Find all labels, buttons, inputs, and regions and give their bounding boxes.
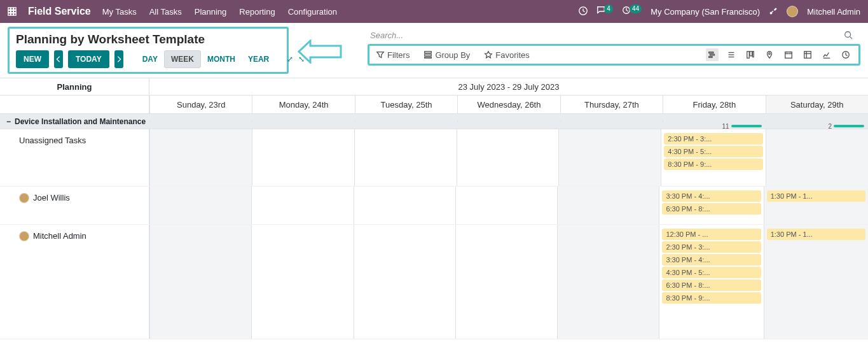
gantt-task[interactable]: 8:30 PM - 9:... xyxy=(662,292,761,304)
user-avatar-icon xyxy=(787,6,798,17)
gantt-row: Joel Willis 3:30 PM - 4:... 6:30 PM - 8:… xyxy=(0,187,868,225)
highlight-box-right: Filters Group By Favorites xyxy=(368,44,860,66)
user-menu[interactable]: Mitchell Admin xyxy=(807,7,860,17)
menu-all-tasks[interactable]: All Tasks xyxy=(149,7,182,17)
view-kanban-icon[interactable] xyxy=(744,48,757,61)
group-fri-count: 11 xyxy=(722,123,761,130)
prev-button[interactable] xyxy=(54,50,63,68)
control-panel: Planning by Worksheet Template NEW TODAY… xyxy=(0,23,868,75)
svg-point-11 xyxy=(845,32,851,38)
favorites-button[interactable]: Favorites xyxy=(484,50,529,60)
activities-icon[interactable]: 44 xyxy=(622,6,642,17)
tools-icon[interactable] xyxy=(769,6,778,17)
day-header[interactable]: Thursday, 27th xyxy=(560,96,663,113)
svg-rect-4 xyxy=(11,10,13,13)
view-activity-icon[interactable] xyxy=(839,48,852,61)
svg-rect-1 xyxy=(11,8,13,10)
row-label: Mitchell Admin xyxy=(33,231,86,241)
row-label: Joel Willis xyxy=(33,193,70,202)
day-header[interactable]: Wednesday, 26th xyxy=(457,96,560,113)
svg-rect-16 xyxy=(709,52,713,53)
nav-right: 4 44 My Company (San Francisco) Mitchell… xyxy=(579,6,860,17)
svg-rect-24 xyxy=(753,52,754,57)
gantt-side-title: Planning xyxy=(0,78,149,95)
annotation-arrow-icon xyxy=(298,39,342,74)
gantt-task[interactable]: 3:30 PM - 4:... xyxy=(662,190,761,202)
scale-month[interactable]: MONTH xyxy=(201,50,242,68)
scale-week[interactable]: WEEK xyxy=(164,50,201,68)
svg-rect-22 xyxy=(747,52,750,59)
row-label: Unassigned Tasks xyxy=(19,136,86,145)
svg-point-25 xyxy=(769,53,771,55)
svg-rect-17 xyxy=(710,54,715,55)
gantt-task[interactable]: 4:30 PM - 5:... xyxy=(662,267,761,278)
day-header[interactable]: Monday, 24th xyxy=(252,96,354,113)
highlight-box-left: Planning by Worksheet Template NEW TODAY… xyxy=(8,27,289,74)
menu-planning[interactable]: Planning xyxy=(195,7,227,17)
next-button[interactable] xyxy=(114,50,123,68)
groupby-button[interactable]: Group By xyxy=(424,50,470,60)
menu-my-tasks[interactable]: My Tasks xyxy=(102,7,137,17)
filters-button[interactable]: Filters xyxy=(376,50,410,60)
gantt-task[interactable]: 1:30 PM - 1... xyxy=(767,229,865,240)
gantt-task[interactable]: 2:30 PM - 3:... xyxy=(662,241,761,253)
gantt-task[interactable]: 6:30 PM - 8:... xyxy=(662,280,761,291)
avatar-icon xyxy=(19,231,29,241)
expand-rows-icon[interactable]: ⤢ xyxy=(287,55,293,64)
gantt-group-row[interactable]: −Device Installation and Maintenance 11 … xyxy=(0,114,868,129)
svg-rect-3 xyxy=(8,10,11,13)
scale-switcher: DAY WEEK MONTH YEAR xyxy=(136,50,276,68)
menu-configuration[interactable]: Configuration xyxy=(288,7,337,17)
view-map-icon[interactable] xyxy=(763,48,776,61)
apps-icon[interactable] xyxy=(8,7,17,16)
gantt-task[interactable]: 12:30 PM - ... xyxy=(662,229,761,240)
view-gantt-icon[interactable] xyxy=(706,48,719,61)
svg-rect-23 xyxy=(750,52,752,56)
search-input[interactable] xyxy=(368,27,860,44)
gantt-row: Unassigned Tasks 2:30 PM - 3:... 4:30 PM… xyxy=(0,129,868,187)
gantt-task[interactable]: 3:30 PM - 4:... xyxy=(662,254,761,266)
svg-rect-2 xyxy=(14,8,17,10)
svg-rect-18 xyxy=(709,57,712,58)
svg-rect-30 xyxy=(804,52,811,59)
day-header[interactable]: Tuesday, 25th xyxy=(355,96,457,113)
group-name: Device Installation and Maintenance xyxy=(15,117,146,126)
svg-rect-26 xyxy=(785,52,792,59)
gantt-row: Mitchell Admin 12:30 PM - ... 2:30 PM - … xyxy=(0,225,868,339)
view-graph-icon[interactable] xyxy=(820,48,833,61)
main-menu: My Tasks All Tasks Planning Reporting Co… xyxy=(102,7,337,17)
view-switcher xyxy=(706,48,852,61)
day-header[interactable]: Saturday, 29th xyxy=(766,96,868,113)
new-button[interactable]: NEW xyxy=(16,50,49,68)
svg-rect-8 xyxy=(14,13,17,16)
gantt-task[interactable]: 4:30 PM - 5:... xyxy=(664,146,763,157)
search-icon[interactable] xyxy=(844,31,853,41)
today-button[interactable]: TODAY xyxy=(68,50,109,68)
svg-rect-15 xyxy=(425,57,432,59)
day-header[interactable]: Sunday, 23rd xyxy=(149,96,252,113)
view-list-icon[interactable] xyxy=(725,48,738,61)
group-sat-count: 2 xyxy=(828,123,864,130)
svg-rect-0 xyxy=(8,8,11,10)
app-brand[interactable]: Field Service xyxy=(28,6,91,17)
svg-line-12 xyxy=(850,37,853,39)
gantt-task[interactable]: 1:30 PM - 1... xyxy=(767,190,865,202)
scale-day[interactable]: DAY xyxy=(136,50,164,68)
scale-year[interactable]: YEAR xyxy=(242,50,275,68)
gantt-task[interactable]: 6:30 PM - 8:... xyxy=(662,203,761,215)
avatar-icon xyxy=(19,193,29,203)
gantt-task[interactable]: 2:30 PM - 3:... xyxy=(664,133,763,145)
discuss-icon[interactable]: 4 xyxy=(596,6,613,17)
svg-rect-13 xyxy=(425,52,432,53)
view-pivot-icon[interactable] xyxy=(801,48,814,61)
svg-rect-14 xyxy=(425,54,432,56)
svg-rect-6 xyxy=(8,13,11,16)
company-switcher[interactable]: My Company (San Francisco) xyxy=(651,7,760,17)
collapse-icon[interactable]: − xyxy=(6,117,11,126)
page-title: Planning by Worksheet Template xyxy=(16,32,280,46)
view-calendar-icon[interactable] xyxy=(782,48,795,61)
menu-reporting[interactable]: Reporting xyxy=(239,7,275,17)
progress-icon[interactable] xyxy=(579,6,588,17)
gantt-task[interactable]: 8:30 PM - 9:... xyxy=(664,159,763,170)
day-header[interactable]: Friday, 28th xyxy=(663,96,765,113)
